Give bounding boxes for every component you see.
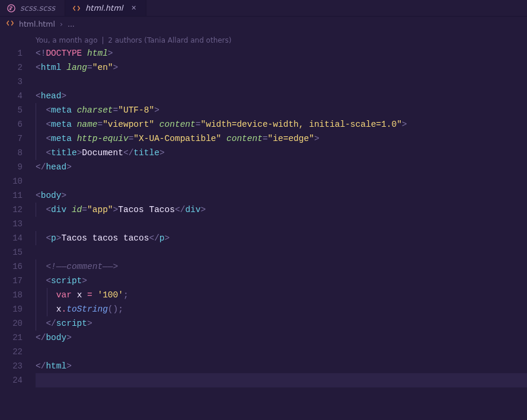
chevron-right-icon: › (60, 20, 63, 28)
line-number: 1 (0, 46, 36, 60)
code-line[interactable]: <script> (36, 274, 527, 288)
tab-label: scss.scss (20, 4, 55, 12)
code-line[interactable]: x.toString(); (36, 302, 527, 316)
code-line[interactable]: <meta http-equiv="X-UA-Compatible" conte… (36, 132, 527, 146)
line-number: 18 (0, 288, 36, 302)
breadcrumb[interactable]: html.html › ... (0, 17, 527, 31)
line-number: 21 (0, 331, 36, 345)
line-number: 5 (0, 103, 36, 117)
code-line[interactable] (36, 217, 527, 231)
codelens[interactable]: You, a month ago | 2 authors (Tania Alla… (36, 34, 527, 46)
line-number: 15 (0, 245, 36, 259)
code-line[interactable] (36, 75, 527, 89)
line-number: 17 (0, 274, 36, 288)
line-number: 11 (0, 188, 36, 203)
code-line[interactable]: </head> (36, 160, 527, 174)
line-number: 19 (0, 302, 36, 316)
code-area[interactable]: You, a month ago | 2 authors (Tania Alla… (36, 31, 527, 420)
code-line[interactable]: </script> (36, 316, 527, 331)
close-icon[interactable]: × (131, 4, 136, 12)
code-icon (6, 19, 14, 29)
code-line[interactable]: <meta name="viewport" content="width=dev… (36, 117, 527, 132)
line-number: 22 (0, 345, 36, 359)
line-number: 8 (0, 146, 36, 160)
code-line[interactable]: <div id="app">Tacos Tacos</div> (36, 203, 527, 217)
line-gutter: 1 2 3 4 5 6 7 8 9 10 11 12 13 14 15 16 1… (0, 31, 36, 420)
line-number: 10 (0, 174, 36, 188)
code-line[interactable]: <html lang="en"> (36, 60, 527, 75)
code-line[interactable] (36, 174, 527, 188)
line-number: 23 (0, 359, 36, 373)
code-line[interactable]: <title>Document</title> (36, 146, 527, 160)
line-number: 20 (0, 316, 36, 331)
code-line[interactable]: <meta charset="UTF-8"> (36, 103, 527, 117)
breadcrumb-file: html.html (19, 20, 55, 28)
code-line[interactable]: var x = '100'; (36, 288, 527, 302)
line-number: 2 (0, 60, 36, 75)
line-number: 14 (0, 231, 36, 245)
code-line[interactable]: </body> (36, 331, 527, 345)
breadcrumb-ellipsis: ... (68, 20, 75, 28)
sass-icon (7, 4, 15, 12)
line-number: 4 (0, 89, 36, 103)
code-line[interactable] (36, 373, 527, 387)
line-number: 6 (0, 117, 36, 132)
code-line[interactable]: <p>Tacos tacos tacos</p> (36, 231, 527, 245)
code-line[interactable] (36, 245, 527, 259)
line-number: 13 (0, 217, 36, 231)
code-icon (72, 4, 81, 12)
code-line[interactable]: </html> (36, 359, 527, 373)
tabs-bar: scss.scss html.html × (0, 0, 527, 17)
code-line[interactable]: <body> (36, 188, 527, 203)
tab-scss[interactable]: scss.scss (0, 0, 65, 16)
editor[interactable]: 1 2 3 4 5 6 7 8 9 10 11 12 13 14 15 16 1… (0, 31, 527, 420)
line-number: 12 (0, 203, 36, 217)
line-number: 9 (0, 160, 36, 174)
code-line[interactable]: <head> (36, 89, 527, 103)
code-line[interactable]: <!——comment——> (36, 259, 527, 274)
line-number: 16 (0, 259, 36, 274)
code-line[interactable] (36, 345, 527, 359)
line-number: 7 (0, 132, 36, 146)
line-number: 3 (0, 75, 36, 89)
tab-label: html.html (85, 4, 123, 12)
line-number: 24 (0, 373, 36, 387)
tab-html[interactable]: html.html × (65, 0, 146, 16)
code-line[interactable]: <!DOCTYPE html> (36, 46, 527, 60)
